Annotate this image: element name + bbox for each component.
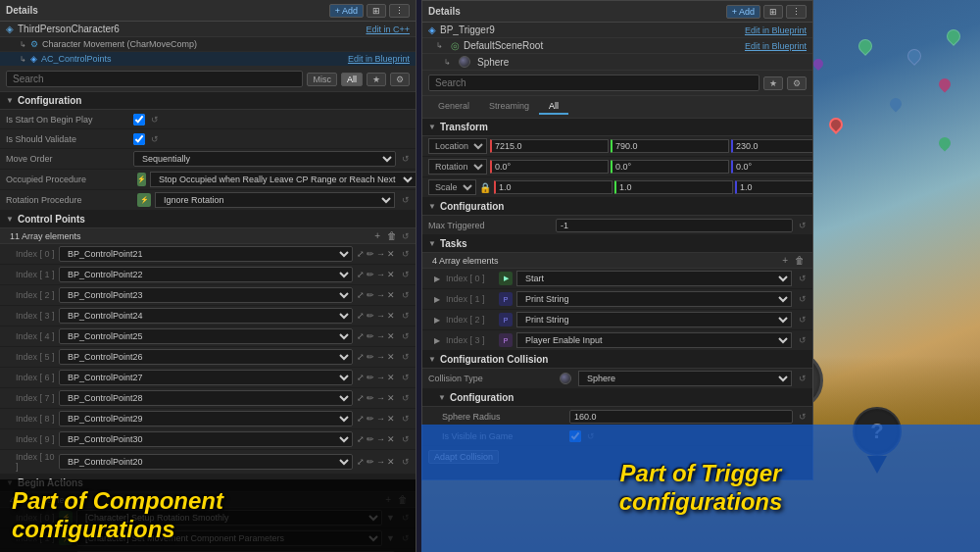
grid-view-button[interactable]: ⊞ [367,4,386,18]
cp-reset-9[interactable]: ↺ [402,434,410,444]
task-select-3[interactable]: Player Enable Input [516,332,792,348]
cp-del-7[interactable]: ✕ [387,393,395,403]
cp-select-3[interactable]: BP_ControlPoint24 [59,308,353,324]
scale-lock-btn[interactable]: 🔒 [479,182,491,193]
cp-del-2[interactable]: ✕ [387,290,395,300]
cp-select-1[interactable]: BP_ControlPoint22 [59,267,353,282]
cp-goto-9[interactable]: → [376,434,385,444]
cp-goto-7[interactable]: → [376,393,385,403]
scale-select[interactable]: Scale [428,179,476,195]
cp-del-5[interactable]: ✕ [387,352,395,362]
cp-select-6[interactable]: BP_ControlPoint27 [59,370,353,385]
rotation-x-input[interactable] [490,160,609,174]
task-reset-3[interactable]: ↺ [799,335,807,345]
rotation-z-input[interactable] [731,160,812,174]
right-star-filter[interactable]: ★ [763,76,783,90]
max-triggered-reset[interactable]: ↺ [799,221,807,230]
cp-reset-0[interactable]: ↺ [402,249,410,259]
cp-move-4[interactable]: ⤢ [357,331,365,341]
cp-move-3[interactable]: ⤢ [357,311,365,321]
tasks-delete-btn[interactable]: 🗑 [793,255,807,266]
rotation-y-input[interactable] [611,160,729,174]
cp-edit-7[interactable]: ✏ [367,393,374,403]
task-expand-0[interactable]: ▶ [434,275,440,283]
right-edit-blueprint-btn[interactable]: Edit in Blueprint [745,25,807,35]
cp-edit-2[interactable]: ✏ [367,290,374,300]
right-settings-btn[interactable]: ⚙ [787,76,807,90]
tasks-section-header[interactable]: ▼ Tasks [422,235,812,253]
settings-btn-left[interactable]: ⚙ [390,73,410,86]
task-reset-1[interactable]: ↺ [799,294,807,304]
tab-general[interactable]: General [428,99,479,115]
occupied-proc-select[interactable]: Stop Occupied when Really Leave CP Range… [150,172,416,187]
component-row-controlpoints[interactable]: ↳ ◈ AC_ControlPoints Edit in Blueprint [0,52,416,67]
cp-move-1[interactable]: ⤢ [357,270,365,279]
left-search-input[interactable] [6,71,303,87]
location-y-input[interactable] [611,139,729,153]
location-select[interactable]: Location [428,138,487,154]
cp-del-9[interactable]: ✕ [387,434,395,444]
is-start-reset[interactable]: ↺ [151,115,159,125]
cp-reset-btn[interactable]: ↺ [402,231,410,241]
transform-section-header[interactable]: ▼ Transform [422,119,812,136]
move-order-reset[interactable]: ↺ [402,154,410,164]
cp-goto-2[interactable]: → [376,290,385,300]
rotation-proc-select[interactable]: Ignore Rotation [155,192,395,208]
task-select-0[interactable]: Start [516,271,792,286]
task-expand-2[interactable]: ▶ [434,316,440,325]
is-start-checkbox[interactable] [133,114,145,125]
cp-reset-6[interactable]: ↺ [402,373,410,382]
cp-goto-8[interactable]: → [376,414,385,424]
cp-reset-5[interactable]: ↺ [402,352,410,362]
cp-reset-1[interactable]: ↺ [402,270,410,279]
cp-reset-3[interactable]: ↺ [402,311,410,321]
cp-reset-2[interactable]: ↺ [402,290,410,300]
cp-select-9[interactable]: BP_ControlPoint30 [59,431,353,447]
right-grid-button[interactable]: ⊞ [763,5,783,19]
config-collision-section-header[interactable]: ▼ Configuration Collision [422,351,812,369]
cp-move-10[interactable]: ⤢ [357,457,365,467]
cp-select-4[interactable]: BP_ControlPoint25 [59,328,353,344]
task-expand-3[interactable]: ▶ [434,336,440,345]
cp-move-9[interactable]: ⤢ [357,434,365,444]
cp-edit-3[interactable]: ✏ [367,311,374,321]
tab-all[interactable]: All [539,99,568,115]
sphere-radius-input[interactable] [569,410,793,424]
cp-edit-9[interactable]: ✏ [367,434,374,444]
cp-del-4[interactable]: ✕ [387,331,395,341]
cp-edit-6[interactable]: ✏ [367,373,374,382]
add-button[interactable]: + Add [329,4,364,18]
cp-delete-btn[interactable]: 🗑 [385,230,399,241]
cp-edit-8[interactable]: ✏ [367,414,374,424]
cp-del-10[interactable]: ✕ [387,457,395,467]
is-should-validate-reset[interactable]: ↺ [151,134,159,144]
cp-edit-0[interactable]: ✏ [367,249,374,259]
task-expand-1[interactable]: ▶ [434,295,440,304]
misc-tab[interactable]: Misc [307,73,337,86]
scale-z-input[interactable] [735,180,812,194]
cp-goto-4[interactable]: → [376,331,385,341]
cp-select-0[interactable]: BP_ControlPoint21 [59,246,353,262]
cp-edit-4[interactable]: ✏ [367,331,374,341]
cp-del-1[interactable]: ✕ [387,270,395,279]
scale-y-input[interactable] [614,180,733,194]
tasks-add-btn[interactable]: + [780,255,790,266]
cp-del-6[interactable]: ✕ [387,373,395,382]
cp-add-btn[interactable]: + [372,230,382,241]
cp-move-8[interactable]: ⤢ [357,414,365,424]
cp-select-8[interactable]: BP_ControlPoint29 [59,411,353,427]
location-z-input[interactable] [731,139,812,153]
cp-select-10[interactable]: BP_ControlPoint20 [59,454,353,470]
right-config-section-header[interactable]: ▼ Configuration [422,198,812,216]
sub-config-section-header[interactable]: ▼ Configuration [422,389,812,407]
cp-reset-8[interactable]: ↺ [402,414,410,424]
cp-move-7[interactable]: ⤢ [357,393,365,403]
control-points-section-header[interactable]: ▼ Control Points [0,211,416,228]
cp-edit-10[interactable]: ✏ [367,457,374,467]
cp-goto-10[interactable]: → [376,457,385,467]
configuration-section-header[interactable]: ▼ Configuration [0,92,416,110]
move-order-select[interactable]: Sequentially [133,151,396,167]
right-edit-blueprint-btn2[interactable]: Edit in Blueprint [745,41,807,51]
cp-goto-0[interactable]: → [376,249,385,259]
star-filter[interactable]: ★ [367,73,386,86]
